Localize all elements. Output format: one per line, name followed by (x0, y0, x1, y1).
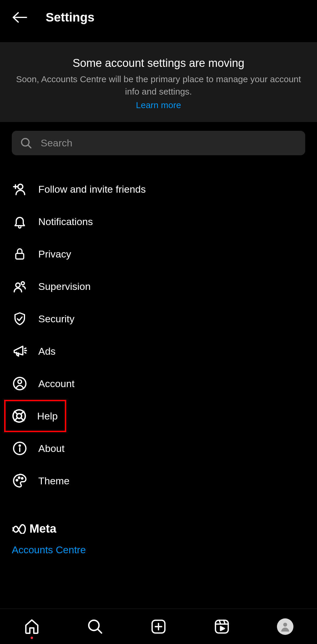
palette-icon (12, 473, 28, 489)
menu-label: Account (38, 378, 75, 389)
accounts-centre-link[interactable]: Accounts Centre (12, 544, 305, 556)
svg-point-13 (18, 380, 22, 384)
svg-point-22 (19, 445, 20, 446)
menu-label: Privacy (38, 248, 71, 260)
notification-dot (31, 637, 33, 639)
lifebuoy-icon (12, 408, 27, 424)
bell-icon (12, 214, 28, 229)
nav-reels[interactable] (213, 618, 231, 635)
shield-check-icon (12, 311, 28, 327)
menu-item-privacy[interactable]: Privacy (0, 238, 317, 270)
menu-label: About (38, 443, 65, 454)
arrow-left-icon (12, 11, 28, 23)
menu-item-ads[interactable]: Ads (0, 335, 317, 367)
banner-learn-more-link[interactable]: Learn more (12, 100, 305, 110)
banner-title: Some account settings are moving (12, 57, 305, 70)
svg-line-19 (14, 418, 17, 420)
user-circle-icon (12, 376, 28, 392)
menu-label: Help (37, 410, 58, 422)
meta-infinity-icon (12, 524, 27, 534)
svg-line-11 (25, 352, 26, 353)
menu-item-account[interactable]: Account (0, 367, 317, 400)
menu-label: Notifications (38, 216, 93, 227)
svg-line-18 (21, 411, 24, 414)
nav-search[interactable] (86, 618, 104, 635)
people-icon (12, 278, 28, 294)
home-icon (24, 619, 40, 635)
svg-line-17 (21, 418, 24, 420)
nav-create[interactable] (150, 618, 167, 635)
search-bar[interactable] (12, 131, 305, 155)
reels-icon (214, 619, 230, 634)
info-banner: Some account settings are moving Soon, A… (0, 42, 317, 122)
menu-label: Follow and invite friends (38, 184, 146, 195)
svg-point-3 (18, 184, 23, 189)
menu-label: Theme (38, 475, 70, 487)
menu-item-supervision[interactable]: Supervision (0, 270, 317, 303)
svg-line-2 (28, 145, 31, 148)
person-add-icon (12, 181, 28, 197)
search-icon (21, 138, 32, 149)
svg-rect-6 (16, 253, 24, 259)
svg-point-7 (16, 283, 20, 288)
menu-label: Ads (38, 346, 56, 357)
menu-label: Supervision (38, 281, 91, 292)
menu-item-help[interactable]: Help (4, 400, 66, 432)
meta-brand-text: Meta (29, 522, 56, 535)
svg-line-27 (98, 629, 101, 633)
nav-profile[interactable] (276, 618, 294, 635)
menu-label: Security (38, 313, 75, 325)
avatar-icon (277, 618, 293, 635)
menu-item-notifications[interactable]: Notifications (0, 205, 317, 238)
page-title: Settings (46, 10, 95, 24)
banner-subtitle: Soon, Accounts Centre will be the primar… (12, 73, 305, 98)
menu-item-about[interactable]: About (0, 432, 317, 465)
back-button[interactable] (12, 11, 28, 23)
svg-point-24 (18, 477, 20, 478)
svg-point-36 (283, 622, 287, 626)
svg-point-25 (22, 478, 23, 479)
lock-icon (12, 246, 28, 262)
bottom-navigation (0, 609, 317, 644)
svg-line-9 (25, 348, 26, 349)
plus-square-icon (151, 619, 166, 634)
meta-logo: Meta (12, 522, 305, 535)
info-icon (12, 440, 28, 456)
megaphone-icon (12, 343, 28, 359)
svg-point-8 (21, 282, 24, 285)
search-icon (87, 619, 103, 634)
nav-home[interactable] (23, 618, 41, 635)
svg-point-23 (16, 479, 18, 481)
menu-item-security[interactable]: Security (0, 303, 317, 335)
svg-marker-35 (221, 627, 224, 630)
menu-item-follow-invite[interactable]: Follow and invite friends (0, 173, 317, 205)
svg-line-16 (14, 411, 17, 414)
search-input[interactable] (41, 137, 296, 149)
menu-item-theme[interactable]: Theme (0, 465, 317, 497)
